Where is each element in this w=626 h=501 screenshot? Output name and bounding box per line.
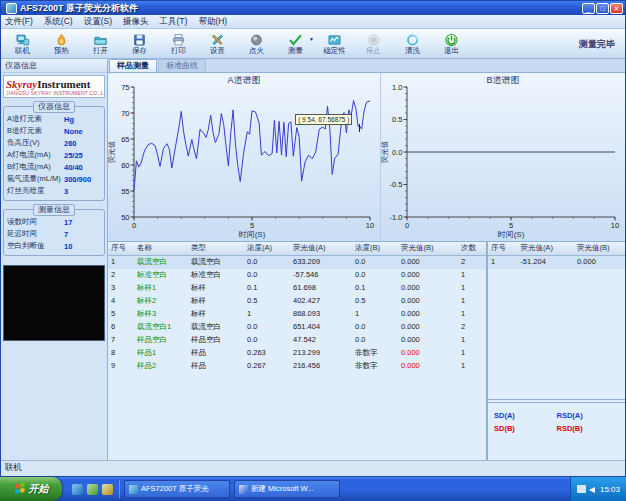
- clean-icon: [405, 32, 421, 47]
- open-folder-icon: [93, 32, 109, 47]
- sample-table-header: 序号名称类型浓度(A)荧光值(A)浓度(B)荧光值(B)次数: [108, 242, 486, 256]
- toolbar-button-exit[interactable]: 退出: [432, 29, 471, 58]
- main-area: 仪器信息 SkyrayInstrument JIANGSU SKYRAY INS…: [1, 59, 625, 460]
- column-header[interactable]: 荧光值(B): [398, 242, 458, 255]
- taskbar-task-1[interactable]: 新建 Microsoft W...: [234, 480, 340, 498]
- stat-label: SD(A): [494, 411, 557, 424]
- svg-text:0.0: 0.0: [392, 148, 402, 157]
- column-header[interactable]: 类型: [188, 242, 244, 255]
- toolbar-button-connect[interactable]: 联机: [3, 29, 42, 58]
- info-row: A灯电流(mA)25/25: [7, 149, 101, 161]
- channel-a-chart: A道谱图0510505560657075时间(S)荧光值( 9.54, 67.5…: [108, 73, 381, 241]
- column-header[interactable]: 序号: [488, 242, 517, 255]
- tray-device-icon[interactable]: [577, 485, 586, 493]
- svg-text:-0.5: -0.5: [390, 180, 403, 189]
- table-row[interactable]: 2标准空白标准空白0.0-57.5460.00.0001: [108, 269, 486, 282]
- show-desktop-icon[interactable]: [102, 484, 113, 495]
- menu-item-2[interactable]: 设置(S): [84, 16, 112, 28]
- info-row: A道灯元素Hg: [7, 113, 101, 125]
- stat-label: RSD(B): [557, 424, 620, 437]
- content-area: 样品测量标准曲线 A道谱图0510505560657075时间(S)荧光值( 9…: [108, 59, 625, 460]
- tables-row: 序号名称类型浓度(A)荧光值(A)浓度(B)荧光值(B)次数1载流空白载流空白0…: [108, 241, 625, 460]
- svg-text:50: 50: [121, 213, 129, 222]
- menu-item-0[interactable]: 文件(F): [5, 16, 33, 28]
- column-header[interactable]: 荧光值(B): [574, 242, 625, 255]
- svg-text:1.0: 1.0: [392, 83, 402, 92]
- column-header[interactable]: 次数: [458, 242, 486, 255]
- chartB-plot: B道谱图0510-1.0-0.50.00.51.0时间(S)荧光值: [381, 73, 625, 241]
- table-row[interactable]: 1载流空白载流空白0.0633.2090.00.0002: [108, 256, 486, 269]
- table-row[interactable]: 4标样2标样0.5402.4270.50.0001: [108, 295, 486, 308]
- menu-item-1[interactable]: 系统(C): [44, 16, 73, 28]
- toolbar: 联机预热打开保存打印设置点火▼测量稳定性停止清洗退出测量完毕: [1, 29, 625, 59]
- svg-text:0.5: 0.5: [392, 115, 402, 124]
- right-panel: 序号荧光值(A)荧光值(B)1-51.2040.000 SD(A)RSD(A)S…: [488, 242, 625, 460]
- column-header[interactable]: 荧光值(A): [290, 242, 352, 255]
- info-row: 负高压(V)260: [7, 137, 101, 149]
- column-header[interactable]: 浓度(A): [244, 242, 290, 255]
- volume-icon[interactable]: [589, 485, 597, 494]
- stats-row-b: SD(B)RSD(B): [494, 424, 619, 437]
- table-row[interactable]: 5标样3标样1868.09310.0001: [108, 308, 486, 321]
- column-header[interactable]: 名称: [134, 242, 188, 255]
- column-header[interactable]: 序号: [108, 242, 134, 255]
- toolbar-button-print[interactable]: 打印: [159, 29, 198, 58]
- toolbar-button-stability[interactable]: 稳定性: [315, 29, 354, 58]
- minimize-button[interactable]: _: [582, 3, 595, 14]
- ie-icon[interactable]: [72, 484, 83, 495]
- menu-item-5[interactable]: 帮助(H): [198, 16, 227, 28]
- toolbar-button-open-folder[interactable]: 打开: [81, 29, 120, 58]
- start-button[interactable]: 开始: [0, 477, 62, 501]
- exit-icon: [444, 32, 460, 47]
- menu-item-3[interactable]: 摄像头: [123, 16, 149, 28]
- column-header[interactable]: 浓度(B): [352, 242, 398, 255]
- table-row[interactable]: 6载流空白1载流空白0.0651.4040.00.0002: [108, 321, 486, 334]
- toolbar-button-save[interactable]: 保存: [120, 29, 159, 58]
- close-button[interactable]: ✕: [610, 3, 623, 14]
- dropdown-arrow-icon[interactable]: ▼: [309, 36, 314, 42]
- toolbar-button-measure[interactable]: ▼测量: [276, 29, 315, 58]
- info-row: 延迟时间7: [7, 228, 101, 240]
- column-header[interactable]: 荧光值(A): [517, 242, 574, 255]
- toolbar-button-ignite[interactable]: 点火: [237, 29, 276, 58]
- measure-status-text: 测量完毕: [579, 38, 615, 51]
- brand-skyray: Skyray: [6, 78, 37, 90]
- menu-item-4[interactable]: 工具(T): [160, 16, 188, 28]
- app-window: AFS7200T 原子荧光分析软件 _ □ ✕ 文件(F)系统(C)设置(S)摄…: [0, 0, 626, 477]
- start-label: 开始: [29, 482, 49, 496]
- stability-icon: [327, 32, 343, 47]
- info-row: 氩气流量(mL/M)300/900: [7, 173, 101, 185]
- tab-0[interactable]: 样品测量: [109, 59, 157, 72]
- svg-text:时间(S): 时间(S): [239, 230, 266, 239]
- sidebar-caption: 仪器信息: [1, 59, 107, 73]
- toolbar-button-settings[interactable]: 设置: [198, 29, 237, 58]
- word-task-icon: [239, 485, 248, 494]
- taskbar-task-0[interactable]: AFS7200T 原子荧光: [124, 480, 230, 498]
- maximize-button[interactable]: □: [596, 3, 609, 14]
- stat-label: SD(B): [494, 424, 557, 437]
- info-row: B灯电流(mA)40/40: [7, 161, 101, 173]
- info-row: 空白判断值10: [7, 240, 101, 252]
- info-row: 读数时间17: [7, 216, 101, 228]
- svg-text:B道谱图: B道谱图: [486, 75, 519, 85]
- table-row[interactable]: 9样品2样品0.267216.456非数字0.0001: [108, 360, 486, 373]
- brand-instrument: Instrument: [37, 78, 90, 90]
- toolbar-button-clean[interactable]: 清洗: [393, 29, 432, 58]
- toolbar-button-preheat[interactable]: 预热: [42, 29, 81, 58]
- charts-row: A道谱图0510505560657075时间(S)荧光值( 9.54, 67.5…: [108, 73, 625, 241]
- tabstrip: 样品测量标准曲线: [108, 59, 625, 73]
- connect-icon: [15, 32, 31, 47]
- table-row[interactable]: 3标样1标样0.161.6980.10.0001: [108, 282, 486, 295]
- instrument-sidebar: 仪器信息 SkyrayInstrument JIANGSU SKYRAY INS…: [1, 59, 108, 460]
- print-icon: [171, 32, 187, 47]
- groupbox-1: 测量信息读数时间17延迟时间7空白判断值10: [3, 209, 105, 256]
- table-row[interactable]: 7样品空白样品空白0.047.5420.00.0001: [108, 334, 486, 347]
- msn-icon[interactable]: [87, 484, 98, 495]
- brand-subtitle: JIANGSU SKYRAY INSTRUMENT CO.,LTD: [6, 90, 103, 96]
- table-row[interactable]: 8样品1样品0.263213.299非数字0.0001: [108, 347, 486, 360]
- channel-b-chart: B道谱图0510-1.0-0.50.00.51.0时间(S)荧光值: [381, 73, 625, 241]
- tab-1[interactable]: 标准曲线: [158, 59, 206, 72]
- svg-text:75: 75: [121, 83, 129, 92]
- table-row[interactable]: 1-51.2040.000: [488, 256, 625, 269]
- svg-text:55: 55: [121, 187, 129, 196]
